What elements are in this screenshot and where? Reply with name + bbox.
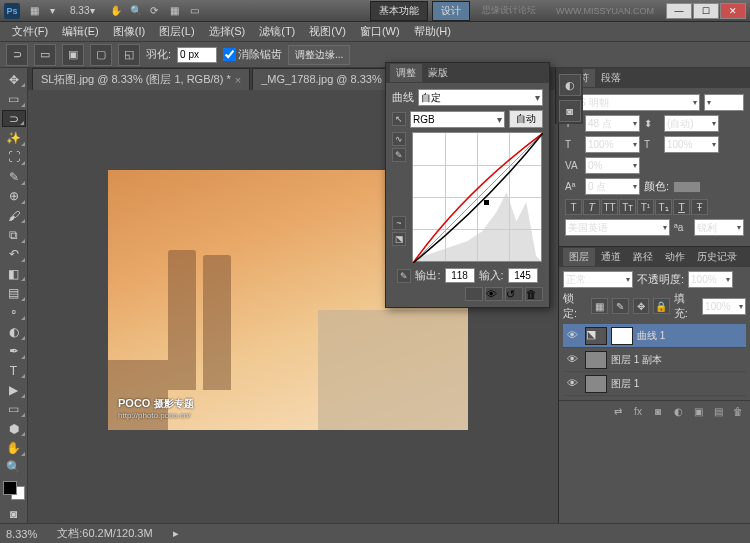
visibility-icon[interactable]: 👁 (567, 329, 581, 343)
vscale-input[interactable]: 100% (585, 136, 640, 153)
3d-tool[interactable]: ⬢ (2, 420, 26, 437)
delete-adjustment-icon[interactable]: 🗑 (525, 287, 543, 301)
menu-image[interactable]: 图像(I) (107, 22, 151, 41)
blur-tool[interactable]: ∘ (2, 304, 26, 321)
strikethrough-button[interactable]: Ŧ (691, 199, 708, 215)
lock-transparency-icon[interactable]: ▦ (591, 298, 608, 314)
dodge-tool[interactable]: ◐ (2, 323, 26, 340)
eyedropper-tool[interactable]: ✎ (2, 168, 26, 185)
selection-add-icon[interactable]: ▣ (62, 44, 84, 66)
fill-input[interactable]: 100% (702, 298, 746, 315)
hand-tool[interactable]: ✋ (2, 439, 26, 456)
layer-row[interactable]: 👁 ⬔ 曲线 1 (563, 324, 746, 348)
antialias-select[interactable]: 锐利 (694, 219, 744, 236)
lock-all-icon[interactable]: 🔒 (653, 298, 670, 314)
clip-to-layer-icon[interactable] (465, 287, 483, 301)
bridge-icon[interactable]: ▦ (30, 5, 42, 17)
mask-thumb[interactable] (611, 327, 633, 345)
maximize-button[interactable]: ☐ (693, 3, 719, 19)
font-size-select[interactable]: 48 点 (585, 115, 640, 132)
visibility-icon[interactable]: 👁 (567, 377, 581, 391)
workspace-design[interactable]: 设计 (432, 1, 470, 21)
antialias-checkbox[interactable]: 消除锯齿 (223, 47, 282, 62)
lock-pixels-icon[interactable]: ✎ (612, 298, 629, 314)
move-tool[interactable]: ✥ (2, 71, 26, 88)
layer-thumb[interactable] (585, 375, 607, 393)
new-layer-icon[interactable]: ▤ (709, 404, 727, 418)
minimize-button[interactable]: — (666, 3, 692, 19)
tab-history[interactable]: 历史记录 (691, 248, 743, 266)
superscript-button[interactable]: T¹ (637, 199, 654, 215)
layer-row[interactable]: 👁 图层 1 副本 (563, 348, 746, 372)
document-tab[interactable]: SL拓图.jpg @ 8.33% (图层 1, RGB/8) *× (32, 68, 250, 90)
menu-edit[interactable]: 编辑(E) (56, 22, 105, 41)
masks-panel-icon[interactable]: ◙ (559, 100, 581, 122)
subscript-button[interactable]: T₁ (655, 199, 672, 215)
tab-actions[interactable]: 动作 (659, 248, 691, 266)
curve-point-tool[interactable]: ∿ (392, 132, 406, 146)
selection-subtract-icon[interactable]: ▢ (90, 44, 112, 66)
lasso-tool-icon[interactable]: ⊃ (6, 44, 28, 66)
histogram-icon[interactable]: ⬔ (392, 232, 406, 246)
hscale-input[interactable]: 100% (664, 136, 719, 153)
healing-tool[interactable]: ⊕ (2, 188, 26, 205)
baseline-input[interactable]: 0 点 (585, 178, 640, 195)
crop-tool[interactable]: ⛶ (2, 149, 26, 166)
bold-button[interactable]: T (565, 199, 582, 215)
menu-window[interactable]: 窗口(W) (354, 22, 406, 41)
curves-preset-select[interactable]: 自定 (418, 89, 543, 106)
dropdown-icon[interactable]: ▾ (90, 5, 102, 17)
layer-thumb[interactable] (585, 351, 607, 369)
smallcaps-button[interactable]: Tт (619, 199, 636, 215)
layer-style-icon[interactable]: fx (629, 404, 647, 418)
tab-paths[interactable]: 路径 (627, 248, 659, 266)
quickmask-tool[interactable]: ◙ (2, 505, 26, 522)
font-family-select[interactable]: M S 明朝 (565, 94, 700, 111)
eyedropper-black-icon[interactable]: ✎ (397, 269, 411, 283)
pen-tool[interactable]: ✒ (2, 343, 26, 360)
lasso-tool[interactable]: ⊃ (2, 110, 26, 128)
zoom-tool[interactable]: 🔍 (2, 459, 26, 476)
type-tool[interactable]: T (2, 362, 26, 379)
selection-new-icon[interactable]: ▭ (34, 44, 56, 66)
zoom-level[interactable]: 8.33% (6, 528, 37, 540)
font-style-select[interactable] (704, 94, 744, 111)
visibility-icon[interactable]: 👁 (567, 353, 581, 367)
adjustment-thumb[interactable]: ⬔ (585, 327, 607, 345)
channel-select[interactable]: RGB (410, 111, 505, 128)
refine-edge-button[interactable]: 调整边缘... (288, 45, 350, 65)
menu-view[interactable]: 视图(V) (303, 22, 352, 41)
arrange-icon[interactable]: ▦ (170, 5, 182, 17)
tab-paragraph[interactable]: 段落 (595, 69, 627, 87)
reset-icon[interactable]: ↺ (505, 287, 523, 301)
rotate-icon[interactable]: ⟳ (150, 5, 162, 17)
output-input[interactable] (445, 268, 475, 283)
input-input[interactable] (508, 268, 538, 283)
curves-graph[interactable] (412, 132, 542, 262)
allcaps-button[interactable]: TT (601, 199, 618, 215)
eraser-tool[interactable]: ◧ (2, 265, 26, 282)
menu-file[interactable]: 文件(F) (6, 22, 54, 41)
screen-mode-icon[interactable]: ▭ (190, 5, 202, 17)
stamp-tool[interactable]: ⧉ (2, 226, 26, 243)
color-swatches[interactable] (3, 481, 25, 500)
magic-wand-tool[interactable]: ✨ (2, 129, 26, 146)
brush-tool[interactable]: 🖌 (2, 207, 26, 224)
workspace-essentials[interactable]: 基本功能 (370, 1, 428, 21)
smooth-icon[interactable]: ~ (392, 216, 406, 230)
underline-button[interactable]: T (673, 199, 690, 215)
layer-mask-icon[interactable]: ◙ (649, 404, 667, 418)
close-button[interactable]: ✕ (720, 3, 746, 19)
menu-layer[interactable]: 图层(L) (153, 22, 200, 41)
layer-row[interactable]: 👁 图层 1 (563, 372, 746, 396)
menu-select[interactable]: 选择(S) (203, 22, 252, 41)
status-menu-icon[interactable]: ▸ (173, 527, 179, 540)
target-adjust-icon[interactable]: ↖ (392, 112, 406, 126)
tab-adjustments[interactable]: 调整 (390, 64, 422, 82)
selection-intersect-icon[interactable]: ◱ (118, 44, 140, 66)
auto-button[interactable]: 自动 (509, 110, 543, 128)
layer-name[interactable]: 图层 1 (611, 377, 639, 391)
italic-button[interactable]: T (583, 199, 600, 215)
language-select[interactable]: 美国英语 (565, 219, 670, 236)
layer-name[interactable]: 图层 1 副本 (611, 353, 662, 367)
